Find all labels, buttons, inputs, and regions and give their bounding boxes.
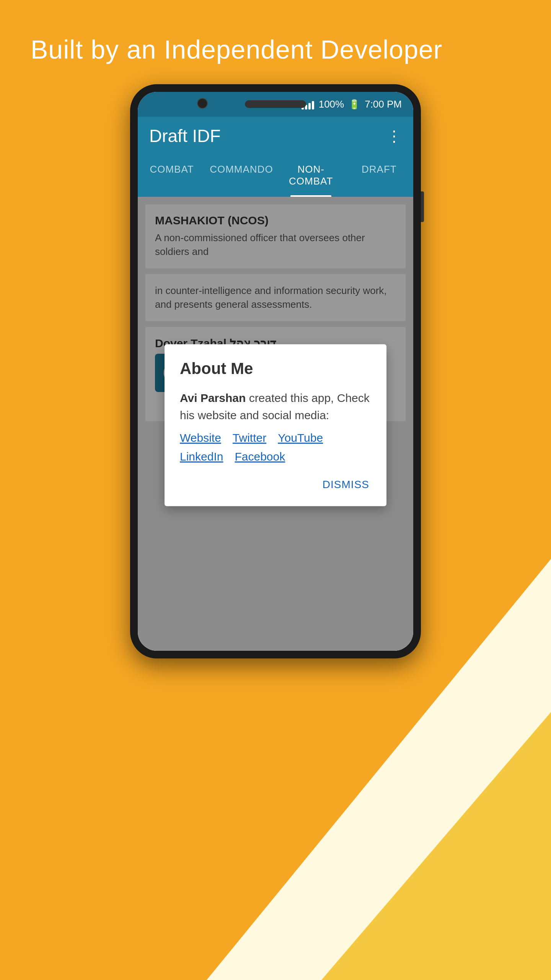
phone-frame: 100% 🔋 7:00 PM Draft IDF ⋮ COMBAT COMMAN…: [130, 84, 421, 658]
dialog-actions: DISMISS: [180, 475, 371, 495]
phone-side-button: [421, 191, 424, 222]
app-title: Draft IDF: [149, 126, 221, 146]
clock: 7:00 PM: [365, 98, 402, 110]
phone-screen: 100% 🔋 7:00 PM Draft IDF ⋮ COMBAT COMMAN…: [138, 92, 413, 651]
phone-speaker: [245, 100, 306, 108]
dialog-title: About Me: [180, 359, 371, 378]
dialog-links: Website Twitter YouTube LinkedIn Faceboo…: [180, 431, 371, 463]
overflow-menu-icon[interactable]: ⋮: [386, 127, 402, 145]
link-twitter[interactable]: Twitter: [233, 431, 266, 444]
tab-non-combat[interactable]: NON-COMBAT: [277, 155, 345, 196]
link-website[interactable]: Website: [180, 431, 221, 444]
tab-commando[interactable]: COMMANDO: [206, 155, 277, 196]
tab-combat[interactable]: COMBAT: [138, 155, 206, 196]
header-title: Built by an Independent Developer: [31, 35, 442, 64]
battery-icon: 🔋: [349, 99, 360, 110]
signal-bar-3: [308, 103, 311, 109]
tab-draft[interactable]: DRAFT: [345, 155, 413, 196]
app-bar: Draft IDF ⋮: [138, 117, 413, 155]
about-dialog: About Me Avi Parshan created this app, C…: [165, 344, 386, 506]
dialog-author: Avi Parshan: [180, 392, 246, 404]
phone-container: 100% 🔋 7:00 PM Draft IDF ⋮ COMBAT COMMAN…: [130, 84, 421, 926]
dialog-body: Avi Parshan created this app, Check his …: [180, 389, 371, 424]
page-header: Built by an Independent Developer: [31, 34, 442, 64]
battery-percent: 100%: [319, 98, 344, 110]
phone-camera: [197, 98, 208, 109]
tabs-bar: COMBAT COMMANDO NON-COMBAT DRAFT: [138, 155, 413, 197]
link-facebook[interactable]: Facebook: [235, 450, 285, 463]
signal-bar-4: [312, 101, 314, 109]
content-area: MASHAKIOT (NCOS) A non-commissioned offi…: [138, 197, 413, 651]
link-linkedin[interactable]: LinkedIn: [180, 450, 223, 463]
link-youtube[interactable]: YouTube: [278, 431, 323, 444]
dismiss-button[interactable]: DISMISS: [321, 475, 371, 495]
